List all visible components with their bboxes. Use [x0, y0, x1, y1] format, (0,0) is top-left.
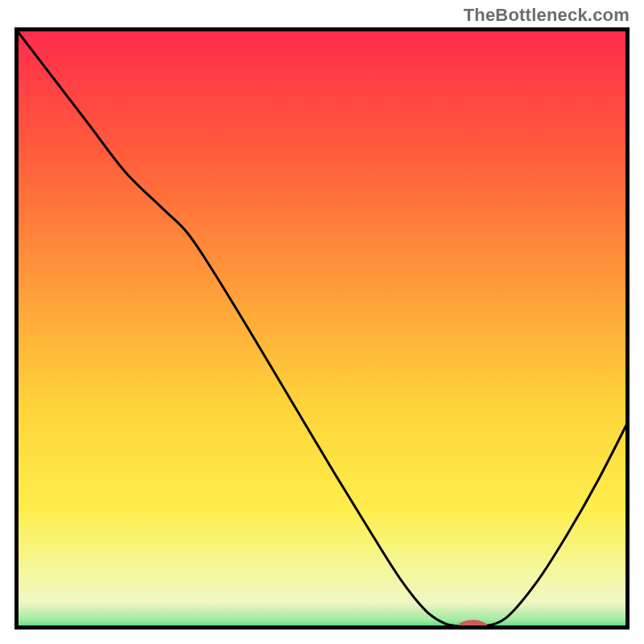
attribution-text: TheBottleneck.com	[464, 5, 630, 26]
optimal-marker	[14, 27, 630, 630]
plot-area	[14, 27, 630, 630]
svg-point-1	[458, 620, 488, 630]
plot-inner	[14, 27, 630, 630]
